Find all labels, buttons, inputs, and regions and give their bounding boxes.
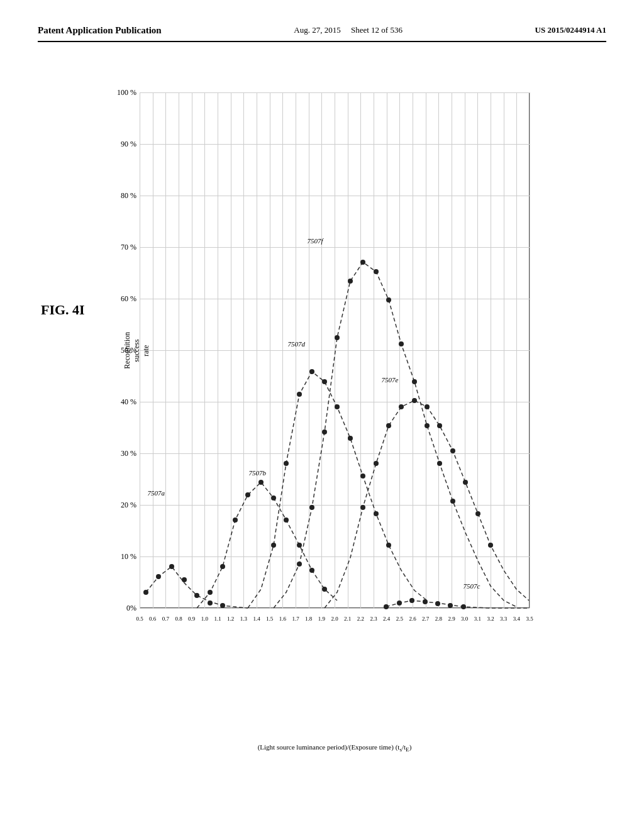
- svg-point-56: [437, 461, 442, 466]
- y-label-60: 60 %: [102, 294, 136, 304]
- page: Patent Application Publication Aug. 27, …: [0, 0, 644, 830]
- svg-point-2: [169, 564, 174, 569]
- svg-point-13: [284, 517, 289, 523]
- svg-point-26: [297, 392, 302, 397]
- grid-v-30: [530, 92, 530, 608]
- x-label-2.7: 2.7: [422, 616, 429, 622]
- svg-point-10: [245, 492, 250, 497]
- svg-point-55: [425, 423, 430, 428]
- curve-label-7507f: 7507f: [308, 237, 323, 245]
- svg-point-3: [182, 577, 187, 582]
- svg-point-19: [409, 598, 414, 603]
- svg-point-6: [220, 603, 225, 608]
- svg-point-38: [412, 398, 417, 403]
- svg-point-28: [322, 379, 327, 384]
- x-label-1.7: 1.7: [292, 616, 299, 622]
- chart-container: Recognitionsuccessrate: [64, 80, 580, 772]
- svg-point-0: [143, 590, 148, 595]
- x-label-2.2: 2.2: [357, 616, 364, 622]
- svg-point-4: [194, 593, 199, 598]
- x-label-0.6: 0.6: [149, 616, 156, 622]
- x-label-1.6: 1.6: [279, 616, 286, 622]
- svg-point-43: [475, 511, 480, 516]
- svg-point-49: [348, 279, 353, 284]
- y-label-90: 90 %: [102, 140, 136, 149]
- x-label-2.1: 2.1: [344, 616, 351, 622]
- svg-point-47: [322, 429, 327, 434]
- svg-point-36: [386, 423, 391, 428]
- svg-point-40: [437, 423, 442, 428]
- x-label-3.3: 3.3: [500, 616, 507, 622]
- y-label-0: 0%: [102, 604, 136, 613]
- svg-point-34: [360, 505, 365, 510]
- x-label-0.9: 0.9: [188, 616, 195, 622]
- svg-point-44: [488, 543, 493, 548]
- x-label-1.0: 1.0: [201, 616, 208, 622]
- svg-point-45: [297, 562, 302, 567]
- svg-point-15: [309, 568, 314, 573]
- y-label-70: 70 %: [102, 243, 136, 252]
- x-label-3.5: 3.5: [526, 616, 533, 622]
- svg-point-20: [423, 599, 428, 604]
- svg-point-1: [156, 574, 161, 579]
- x-label-2.3: 2.3: [370, 616, 377, 622]
- x-label-0.5: 0.5: [136, 616, 143, 622]
- x-label-3.4: 3.4: [513, 616, 520, 622]
- svg-point-24: [271, 543, 276, 548]
- publication-date-sheet: Aug. 27, 2015 Sheet 12 of 536: [294, 25, 402, 35]
- x-label-0.7: 0.7: [162, 616, 169, 622]
- svg-point-7: [208, 590, 213, 595]
- x-label-2.6: 2.6: [409, 616, 416, 622]
- y-label-100: 100 %: [102, 88, 136, 97]
- svg-point-31: [360, 473, 365, 479]
- svg-point-42: [463, 480, 468, 485]
- y-label-30: 30 %: [102, 449, 136, 458]
- svg-point-21: [435, 601, 440, 606]
- svg-point-8: [220, 564, 225, 569]
- x-label-1.5: 1.5: [266, 616, 273, 622]
- page-header: Patent Application Publication Aug. 27, …: [38, 25, 606, 42]
- svg-point-5: [208, 600, 213, 606]
- x-axis-title-line1: (Light source luminance period)/(Exposur…: [140, 743, 530, 753]
- x-label-1.3: 1.3: [240, 616, 247, 622]
- x-label-3.2: 3.2: [487, 616, 494, 622]
- x-label-1.9: 1.9: [318, 616, 325, 622]
- x-label-2.9: 2.9: [448, 616, 455, 622]
- x-label-2.5: 2.5: [396, 616, 403, 622]
- x-label-2.4: 2.4: [383, 616, 390, 622]
- y-label-40: 40 %: [102, 397, 136, 407]
- publication-date: Aug. 27, 2015: [294, 25, 340, 35]
- x-label-2.8: 2.8: [435, 616, 442, 622]
- x-label-1.2: 1.2: [227, 616, 234, 622]
- svg-point-32: [374, 511, 379, 516]
- y-label-50: 50 %: [102, 346, 136, 355]
- svg-point-25: [284, 461, 289, 466]
- y-label-20: 20 %: [102, 501, 136, 510]
- svg-point-30: [348, 436, 353, 441]
- svg-point-12: [271, 495, 276, 501]
- svg-point-11: [258, 480, 264, 485]
- svg-point-41: [450, 448, 455, 453]
- y-label-10: 10 %: [102, 552, 136, 562]
- curve-label-7507b: 7507b: [249, 469, 267, 477]
- svg-point-48: [335, 335, 340, 340]
- chart-svg: .curve { fill: none; stroke: #333; strok…: [140, 92, 530, 608]
- y-label-80: 80 %: [102, 191, 136, 201]
- publication-title: Patent Application Publication: [38, 25, 162, 36]
- svg-point-53: [399, 341, 404, 346]
- grid-h-10: [140, 608, 530, 609]
- sheet-info: Sheet 12 of 536: [351, 25, 402, 35]
- svg-point-39: [425, 404, 430, 409]
- svg-point-35: [374, 461, 379, 466]
- svg-point-14: [297, 543, 302, 548]
- svg-point-27: [309, 369, 314, 374]
- curve-label-7507d: 7507d: [288, 340, 306, 348]
- svg-point-46: [309, 505, 314, 510]
- publication-number: US 2015/0244914 A1: [535, 25, 606, 35]
- x-axis-title-container: (Light source luminance period)/(Exposur…: [140, 743, 530, 753]
- chart-area: 100 % 90 % 80 % 70 % 60 % 50 % 40 % 30 %…: [140, 92, 530, 608]
- x-label-1.1: 1.1: [214, 616, 221, 622]
- svg-point-22: [448, 603, 453, 608]
- svg-point-18: [397, 600, 402, 606]
- x-label-3.1: 3.1: [474, 616, 481, 622]
